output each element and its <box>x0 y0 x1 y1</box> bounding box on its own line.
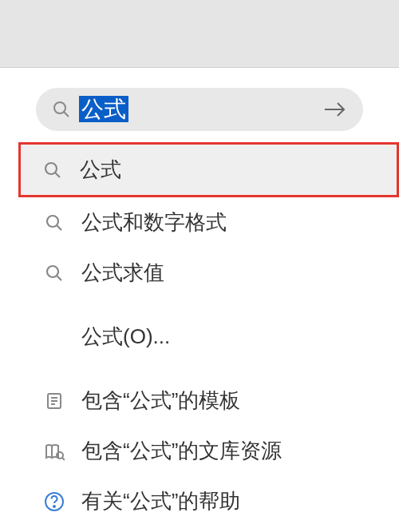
svg-point-16 <box>53 506 55 507</box>
resource-item-templates[interactable]: 包含“公式”的模板 <box>22 375 399 426</box>
suggestion-item[interactable]: 公式和数字格式 <box>22 197 399 248</box>
resource-item-help[interactable]: 有关“公式”的帮助 <box>22 476 399 526</box>
svg-point-3 <box>45 163 57 174</box>
suggestion-item[interactable]: 公式 <box>18 142 399 197</box>
suggestion-label: 公式求值 <box>81 259 164 287</box>
suggestion-label: 公式 <box>80 156 121 184</box>
suggestions-dropdown: 公式 公式和数字格式 公式求值 公式(O)... <box>22 142 399 526</box>
resource-item-library[interactable]: 包含“公式”的文库资源 <box>22 426 399 476</box>
svg-line-8 <box>57 276 62 280</box>
resource-label: 包含“公式”的文库资源 <box>81 437 282 465</box>
svg-line-14 <box>62 458 65 460</box>
suggestion-item[interactable]: 公式求值 <box>22 248 399 298</box>
suggestion-label: 公式和数字格式 <box>81 208 227 236</box>
svg-line-6 <box>57 225 62 230</box>
separator <box>22 304 399 305</box>
command-label: 公式(O)... <box>81 323 170 351</box>
search-container: 公式 <box>0 68 399 144</box>
search-icon <box>40 264 69 283</box>
svg-point-7 <box>47 266 58 277</box>
help-icon <box>40 491 69 512</box>
title-bar <box>0 0 399 68</box>
svg-point-5 <box>47 216 58 227</box>
library-icon <box>40 442 69 461</box>
command-item[interactable]: 公式(O)... <box>22 312 399 362</box>
template-icon <box>40 391 69 411</box>
search-icon <box>38 161 67 180</box>
search-value-selected: 公式 <box>79 96 128 122</box>
svg-line-1 <box>65 113 69 117</box>
search-box[interactable]: 公式 <box>36 88 363 131</box>
search-icon <box>40 213 69 232</box>
resource-label: 包含“公式”的模板 <box>81 387 240 415</box>
search-input[interactable]: 公式 <box>79 94 323 125</box>
separator <box>22 368 399 369</box>
submit-arrow-icon[interactable] <box>323 100 347 119</box>
search-icon <box>52 100 71 119</box>
svg-line-4 <box>56 173 61 177</box>
svg-point-0 <box>54 102 65 113</box>
resource-label: 有关“公式”的帮助 <box>81 487 240 515</box>
